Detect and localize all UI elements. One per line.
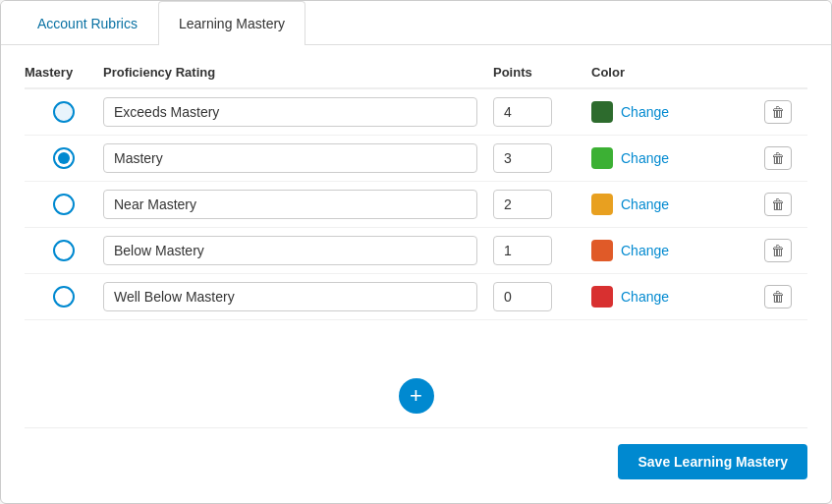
color-cell-exceeds: Change xyxy=(591,101,749,123)
color-swatch-well-below xyxy=(591,286,613,308)
main-window: Account Rubrics Learning Mastery Mastery… xyxy=(0,0,832,504)
delete-button-exceeds[interactable]: 🗑 xyxy=(764,100,792,124)
col-proficiency: Proficiency Rating xyxy=(103,65,493,80)
tab-learning-mastery[interactable]: Learning Mastery xyxy=(158,1,305,45)
points-input-near[interactable] xyxy=(493,190,552,219)
points-cell-near xyxy=(493,190,591,219)
change-color-exceeds[interactable]: Change xyxy=(621,104,669,120)
tab-learning-mastery-label: Learning Mastery xyxy=(179,16,285,31)
color-cell-below: Change xyxy=(591,240,749,261)
delete-button-mastery[interactable]: 🗑 xyxy=(764,146,792,170)
delete-cell-exceeds: 🗑 xyxy=(749,100,807,124)
table-header: Mastery Proficiency Rating Points Color xyxy=(25,53,807,89)
mastery-radio-well-below[interactable] xyxy=(25,286,103,308)
trash-icon-near: 🗑 xyxy=(771,196,785,212)
delete-button-well-below[interactable]: 🗑 xyxy=(764,285,792,308)
proficiency-input-near[interactable] xyxy=(103,190,477,219)
col-points: Points xyxy=(493,65,591,80)
points-cell-well-below xyxy=(493,282,591,311)
proficiency-cell-near xyxy=(103,190,493,219)
proficiency-input-below[interactable] xyxy=(103,236,477,265)
col-color: Color xyxy=(591,65,749,80)
proficiency-input-exceeds[interactable] xyxy=(103,97,477,127)
color-cell-near: Change xyxy=(591,194,749,215)
proficiency-cell-exceeds xyxy=(103,97,493,127)
delete-cell-well-below: 🗑 xyxy=(749,285,807,308)
footer: Save Learning Mastery xyxy=(25,428,807,479)
add-row-button[interactable]: + xyxy=(399,378,434,414)
trash-icon-mastery: 🗑 xyxy=(771,150,785,166)
delete-button-near[interactable]: 🗑 xyxy=(764,193,792,216)
delete-cell-near: 🗑 xyxy=(749,193,807,216)
radio-button-below[interactable] xyxy=(53,240,75,261)
trash-icon-below: 🗑 xyxy=(771,243,785,258)
delete-cell-below: 🗑 xyxy=(749,239,807,262)
proficiency-cell-below xyxy=(103,236,493,265)
color-cell-well-below: Change xyxy=(591,286,749,308)
radio-button-well-below[interactable] xyxy=(53,286,75,308)
table-row: Change 🗑 xyxy=(25,89,807,136)
mastery-radio-near[interactable] xyxy=(25,194,103,215)
table-row: Change 🗑 xyxy=(25,136,807,182)
mastery-radio-below[interactable] xyxy=(25,240,103,261)
tab-bar: Account Rubrics Learning Mastery xyxy=(1,1,831,45)
points-cell-mastery xyxy=(493,143,591,173)
main-content: Mastery Proficiency Rating Points Color xyxy=(1,45,831,503)
change-color-below[interactable]: Change xyxy=(621,243,669,258)
proficiency-input-mastery[interactable] xyxy=(103,143,477,173)
trash-icon-exceeds: 🗑 xyxy=(771,104,785,120)
mastery-radio-mastery[interactable] xyxy=(25,147,103,169)
delete-button-below[interactable]: 🗑 xyxy=(764,239,792,262)
tab-account-rubrics[interactable]: Account Rubrics xyxy=(17,1,158,45)
points-input-below[interactable] xyxy=(493,236,552,265)
table-row: Change 🗑 xyxy=(25,182,807,228)
mastery-radio-exceeds[interactable] xyxy=(25,101,103,123)
col-mastery: Mastery xyxy=(25,65,103,80)
color-swatch-mastery xyxy=(591,147,613,169)
points-input-mastery[interactable] xyxy=(493,143,552,173)
color-swatch-below xyxy=(591,240,613,261)
proficiency-input-well-below[interactable] xyxy=(103,282,477,311)
tab-account-rubrics-label: Account Rubrics xyxy=(37,16,138,31)
points-input-exceeds[interactable] xyxy=(493,97,552,127)
change-color-mastery[interactable]: Change xyxy=(621,150,669,166)
plus-icon: + xyxy=(410,385,422,407)
color-swatch-near xyxy=(591,194,613,215)
proficiency-cell-well-below xyxy=(103,282,493,311)
points-input-well-below[interactable] xyxy=(493,282,552,311)
points-cell-below xyxy=(493,236,591,265)
add-row-section: + xyxy=(25,364,807,428)
radio-button-mastery[interactable] xyxy=(53,147,75,169)
color-cell-mastery: Change xyxy=(591,147,749,169)
points-cell-exceeds xyxy=(493,97,591,127)
change-color-near[interactable]: Change xyxy=(621,196,669,212)
radio-button-near[interactable] xyxy=(53,194,75,215)
change-color-well-below[interactable]: Change xyxy=(621,289,669,305)
color-swatch-exceeds xyxy=(591,101,613,123)
table-row: Change 🗑 xyxy=(25,274,807,320)
save-learning-mastery-button[interactable]: Save Learning Mastery xyxy=(618,444,807,479)
proficiency-cell-mastery xyxy=(103,143,493,173)
table-body: Change 🗑 xyxy=(25,89,807,364)
delete-cell-mastery: 🗑 xyxy=(749,146,807,170)
table-row: Change 🗑 xyxy=(25,228,807,274)
radio-button-exceeds[interactable] xyxy=(53,101,75,123)
trash-icon-well-below: 🗑 xyxy=(771,289,785,305)
